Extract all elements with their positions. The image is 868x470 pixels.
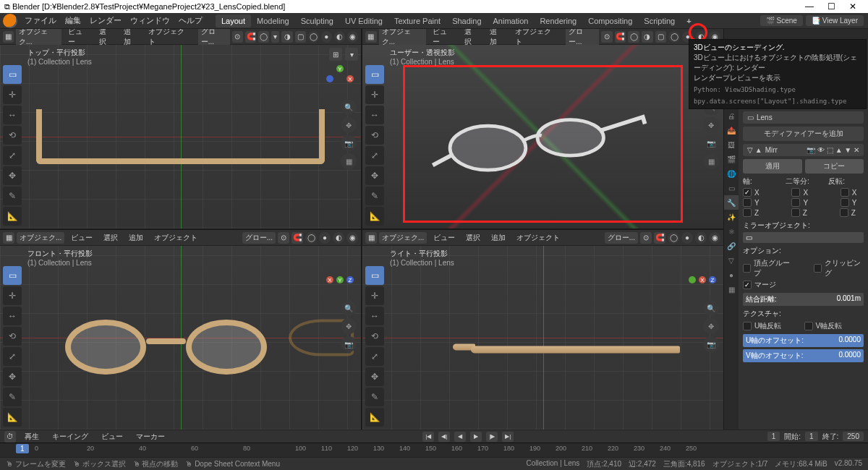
end-frame-field[interactable]: 250 (843, 432, 864, 441)
vp-menu-view[interactable]: ビュー (428, 29, 458, 47)
flip-x-check[interactable] (841, 188, 849, 197)
flip-y-check[interactable] (841, 198, 849, 207)
bisect-z-check[interactable] (791, 208, 800, 217)
nav-zoom-icon[interactable]: 🔍 (703, 300, 719, 316)
ptab-render-icon[interactable]: 🖨 (724, 108, 739, 123)
viewlayer-field[interactable]: 📑 View Layer (806, 15, 864, 26)
timeline-marker-menu[interactable]: マーカー (132, 432, 169, 442)
editor-type-icon[interactable]: ▦ (365, 232, 377, 244)
tool-scale[interactable]: ⤢ (3, 347, 22, 366)
merge-dist-field[interactable]: 結合距離:0.001m (743, 293, 864, 306)
prev-key-icon[interactable]: ◀| (438, 432, 450, 442)
viewport-user[interactable]: ▦ オブジェク... ビュー 選択 追加 オブジェクト グロー... ⊙ 🧲 ◯… (362, 29, 723, 228)
axis-z-check[interactable] (743, 208, 752, 217)
shading-solid-icon[interactable]: ● (321, 31, 332, 43)
vp-menu-select[interactable]: 選択 (95, 29, 117, 47)
vp-menu-add[interactable]: 追加 (487, 233, 510, 243)
tool-transform[interactable]: ✥ (365, 367, 384, 386)
tab-texpaint[interactable]: Texture Paint (388, 14, 446, 27)
vflip-check[interactable] (804, 322, 813, 330)
snap-icon[interactable]: 🧲 (615, 31, 626, 43)
close-button[interactable]: ✕ (842, 1, 864, 12)
vp-opts-icon[interactable]: ▾ (345, 48, 358, 61)
ptab-physics-icon[interactable]: ⚛ (724, 224, 739, 239)
nav-persp-icon[interactable]: ▦ (703, 153, 719, 169)
minimize-button[interactable]: — (799, 1, 820, 12)
snap-icon[interactable]: 🧲 (245, 31, 256, 43)
u-offset-field[interactable]: U軸のオフセット:0.0000 (743, 334, 864, 347)
tool-rotate[interactable]: ⟲ (365, 126, 384, 145)
tab-modeling[interactable]: Modeling (251, 14, 295, 27)
proportional-icon[interactable]: ◯ (258, 31, 269, 43)
shading-matprev-icon[interactable]: ◐ (334, 31, 345, 43)
tool-measure[interactable]: 📐 (3, 207, 22, 226)
ptab-object-icon[interactable]: ▭ (724, 181, 739, 195)
nav-pan-icon[interactable]: ✥ (341, 117, 357, 133)
overlay-icon[interactable]: ◑ (642, 31, 653, 43)
vp-menu-object[interactable]: オブジェクト (144, 29, 194, 47)
orientation-select[interactable]: グロー... (605, 232, 638, 244)
tab-uv[interactable]: UV Editing (339, 14, 388, 27)
menu-window[interactable]: ウィンドウ (126, 15, 174, 26)
axis-y-check[interactable] (743, 198, 752, 207)
start-frame-field[interactable]: 1 (805, 432, 818, 441)
tool-annotate[interactable]: ✎ (3, 388, 22, 406)
nav-camera-icon[interactable]: 📷 (703, 135, 719, 151)
nav-camera-icon[interactable]: 📷 (341, 336, 357, 352)
vp-menu-view[interactable]: ビュー (64, 29, 93, 47)
next-key-icon[interactable]: |▶ (486, 432, 498, 442)
vgroup-check[interactable] (743, 264, 751, 273)
snap-icon[interactable]: 🧲 (292, 232, 303, 244)
tab-add[interactable]: + (681, 14, 697, 27)
tool-scale[interactable]: ⤢ (3, 146, 22, 165)
copy-button[interactable]: コピー (805, 159, 864, 174)
vp-menu-object[interactable]: オブジェクト (512, 233, 564, 243)
ptab-material-icon[interactable]: ● (724, 268, 739, 282)
mirror-obj-field[interactable]: ▭ (743, 232, 864, 243)
vp-menu-add[interactable]: 追加 (119, 29, 142, 47)
shading-render-icon[interactable]: ◉ (347, 31, 358, 43)
vp-menu-add[interactable]: 追加 (124, 233, 148, 243)
tool-select[interactable]: ▭ (3, 65, 22, 84)
nav-pan-icon[interactable]: ✥ (703, 117, 719, 133)
shading-solid-icon[interactable]: ● (319, 232, 331, 244)
tab-sculpting[interactable]: Sculpting (295, 14, 339, 27)
tool-transform[interactable]: ✥ (365, 166, 384, 185)
timeline-view-menu[interactable]: ビュー (97, 432, 127, 442)
tool-measure[interactable]: 📐 (365, 408, 384, 427)
menu-file[interactable]: ファイル (20, 15, 61, 26)
tool-transform[interactable]: ✥ (3, 166, 22, 185)
shading-wire-icon[interactable]: ◯ (305, 232, 317, 244)
tool-annotate[interactable]: ✎ (365, 187, 384, 205)
tool-scale[interactable]: ⤢ (365, 146, 384, 165)
bisect-x-check[interactable] (791, 188, 800, 197)
vp-menu-view[interactable]: ビュー (67, 233, 97, 243)
menu-edit[interactable]: 編集 (61, 15, 85, 26)
viewport-front[interactable]: ▦ オブジェク... ビュー 選択 追加 オブジェクト グロー... ⊙ 🧲 ◯… (0, 230, 361, 430)
ptab-modifier-icon[interactable]: 🔧 (724, 195, 739, 210)
vp-menu-object[interactable]: オブジェクト (511, 29, 562, 47)
nav-camera-icon[interactable]: 📷 (341, 135, 357, 151)
tool-rotate[interactable]: ⟲ (3, 327, 22, 346)
tool-cursor[interactable]: ✛ (365, 85, 384, 104)
vp-menu-select[interactable]: 選択 (99, 233, 122, 243)
nav-pan-icon[interactable]: ✥ (703, 318, 719, 334)
tool-select[interactable]: ▭ (3, 266, 22, 285)
tool-move[interactable]: ↔ (365, 307, 384, 325)
proportional-icon[interactable]: ◯ (628, 31, 639, 43)
scene-field[interactable]: 🎬 Scene (760, 15, 803, 26)
tool-select[interactable]: ▭ (365, 65, 384, 84)
play-rev-icon[interactable]: ◀ (454, 432, 466, 442)
pivot-icon[interactable]: ⊙ (278, 232, 289, 244)
tool-cursor[interactable]: ✛ (365, 286, 384, 305)
xray-icon[interactable]: ▢ (295, 31, 306, 43)
menu-render[interactable]: レンダー (85, 15, 126, 26)
snap-icon[interactable]: 🧲 (654, 232, 665, 244)
merge-check[interactable] (743, 281, 752, 289)
nav-persp-icon[interactable]: ▦ (341, 153, 357, 169)
tool-move[interactable]: ↔ (3, 106, 22, 124)
ptab-output-icon[interactable]: 📤 (724, 123, 739, 137)
shading-wire-icon[interactable]: ◯ (668, 232, 679, 244)
ptab-particle-icon[interactable]: ✨ (724, 210, 739, 224)
shading-wire-icon[interactable]: ◯ (308, 31, 319, 43)
